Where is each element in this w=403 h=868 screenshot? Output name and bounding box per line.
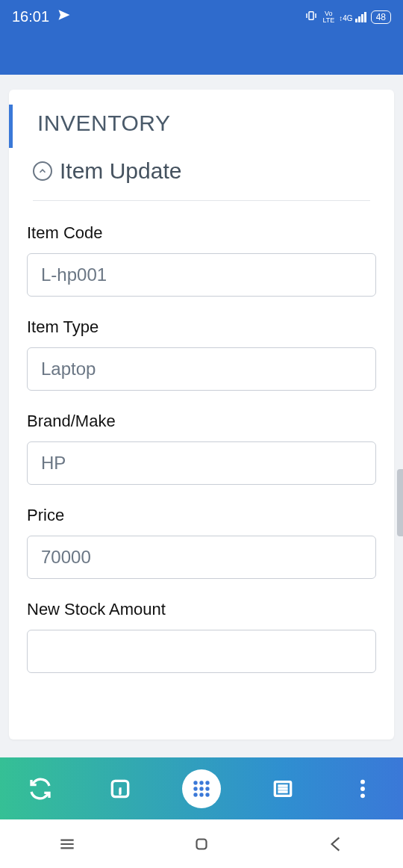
battery-icon: 48 xyxy=(371,10,391,24)
apps-button[interactable] xyxy=(182,769,221,808)
svg-point-6 xyxy=(199,787,203,790)
list-button[interactable] xyxy=(265,771,301,807)
sync-button[interactable] xyxy=(22,771,58,807)
svg-rect-0 xyxy=(309,12,313,20)
nav-back-button[interactable] xyxy=(313,829,358,859)
nav-home-button[interactable] xyxy=(179,829,224,859)
card-title: INVENTORY xyxy=(27,90,376,154)
input-brand[interactable] xyxy=(27,441,376,485)
app-bottom-bar xyxy=(0,757,403,819)
svg-point-4 xyxy=(205,781,209,784)
inventory-card: INVENTORY Item Update Item Code Item Typ… xyxy=(9,90,394,740)
svg-point-14 xyxy=(360,793,365,798)
send-icon xyxy=(57,7,72,26)
app-header xyxy=(0,34,403,75)
status-time: 16:01 xyxy=(12,8,49,25)
label-item-type: Item Type xyxy=(27,317,376,337)
field-brand: Brand/Make xyxy=(27,412,376,485)
svg-point-3 xyxy=(199,781,203,784)
field-price: Price xyxy=(27,506,376,579)
svg-point-8 xyxy=(193,793,197,796)
svg-point-13 xyxy=(360,787,365,791)
label-brand: Brand/Make xyxy=(27,412,376,431)
label-price: Price xyxy=(27,506,376,525)
scroll-indicator[interactable] xyxy=(397,469,403,536)
input-new-stock[interactable] xyxy=(27,630,376,673)
field-new-stock: New Stock Amount xyxy=(27,600,376,673)
input-item-code[interactable] xyxy=(27,253,376,297)
svg-point-9 xyxy=(199,793,203,796)
signal-4g-icon: ↕4G xyxy=(339,12,366,22)
input-price[interactable] xyxy=(27,536,376,579)
field-item-type: Item Type xyxy=(27,317,376,391)
svg-point-7 xyxy=(205,787,209,790)
status-bar: 16:01 VoLTE ↕4G 48 xyxy=(0,0,403,34)
field-item-code: Item Code xyxy=(27,223,376,297)
svg-point-10 xyxy=(205,793,209,796)
svg-rect-15 xyxy=(197,839,207,849)
label-item-code: Item Code xyxy=(27,223,376,243)
svg-point-12 xyxy=(360,779,365,784)
system-nav-bar xyxy=(0,819,403,868)
more-button[interactable] xyxy=(345,771,381,807)
info-button[interactable] xyxy=(102,771,138,807)
volte-icon: VoLTE xyxy=(322,10,334,24)
vibrate-icon xyxy=(304,9,318,25)
page-content: INVENTORY Item Update Item Code Item Typ… xyxy=(0,75,403,757)
chevron-up-icon xyxy=(33,161,52,181)
input-item-type[interactable] xyxy=(27,347,376,391)
label-new-stock: New Stock Amount xyxy=(27,600,376,619)
svg-point-5 xyxy=(193,787,197,790)
nav-recent-button[interactable] xyxy=(45,829,90,859)
section-title: Item Update xyxy=(60,158,181,184)
section-item-update[interactable]: Item Update xyxy=(33,154,370,201)
svg-point-2 xyxy=(193,781,197,784)
